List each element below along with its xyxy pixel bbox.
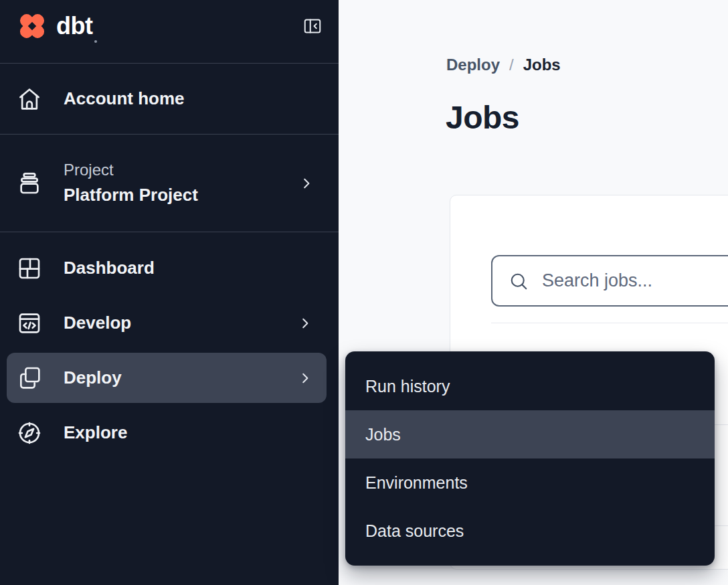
dashboard-icon — [16, 255, 43, 282]
brand-name: dbt — [56, 12, 92, 40]
page-title: Jobs — [446, 99, 519, 136]
sidebar: dbt Account home — [0, 0, 339, 585]
home-icon — [16, 86, 43, 112]
project-label: Project — [64, 161, 198, 179]
app-window: dbt Account home — [0, 0, 728, 585]
sidebar-header: dbt — [0, 0, 339, 64]
card-divider — [491, 323, 728, 323]
sidebar-item-label: Dashboard — [64, 258, 155, 278]
compass-icon — [16, 420, 43, 446]
menu-item-jobs[interactable]: Jobs — [345, 410, 715, 458]
sidebar-item-label: Account home — [64, 88, 185, 109]
chevron-right-icon — [297, 315, 313, 331]
project-text: Project Platform Project — [64, 161, 198, 205]
collapse-sidebar-button[interactable] — [302, 16, 323, 36]
chevron-right-icon — [297, 370, 313, 386]
breadcrumb-current: Jobs — [523, 56, 561, 74]
sidebar-item-dashboard[interactable]: Dashboard — [7, 243, 327, 293]
deploy-icon — [16, 365, 43, 392]
collapse-sidebar-icon — [302, 16, 323, 36]
project-icon — [16, 170, 43, 197]
menu-item-environments[interactable]: Environments — [345, 458, 715, 507]
chevron-right-icon — [298, 175, 314, 191]
menu-item-run-history[interactable]: Run history — [345, 362, 715, 410]
sidebar-item-label: Develop — [64, 313, 131, 333]
search-icon — [509, 271, 529, 291]
search-input[interactable] — [541, 270, 728, 292]
project-name: Platform Project — [64, 185, 198, 205]
develop-icon — [16, 310, 43, 337]
dbt-logo-icon — [16, 10, 48, 42]
sidebar-item-deploy[interactable]: Deploy — [7, 353, 327, 403]
menu-item-data-sources[interactable]: Data sources — [345, 507, 715, 555]
search-box — [491, 255, 728, 307]
sidebar-item-account-home[interactable]: Account home — [0, 64, 339, 135]
breadcrumb-link-deploy[interactable]: Deploy — [446, 56, 500, 74]
breadcrumb: Deploy / Jobs — [446, 56, 561, 74]
trademark-dot — [94, 40, 97, 43]
deploy-submenu: Run history Jobs Environments Data sourc… — [345, 351, 715, 566]
breadcrumb-separator: / — [509, 56, 514, 74]
sidebar-nav: Dashboard Develop — [0, 232, 339, 458]
sidebar-item-label: Deploy — [64, 367, 122, 388]
sidebar-item-develop[interactable]: Develop — [7, 298, 327, 348]
sidebar-project-switcher[interactable]: Project Platform Project — [0, 135, 339, 232]
sidebar-item-label: Explore — [64, 422, 127, 443]
sidebar-item-explore[interactable]: Explore — [7, 408, 327, 458]
